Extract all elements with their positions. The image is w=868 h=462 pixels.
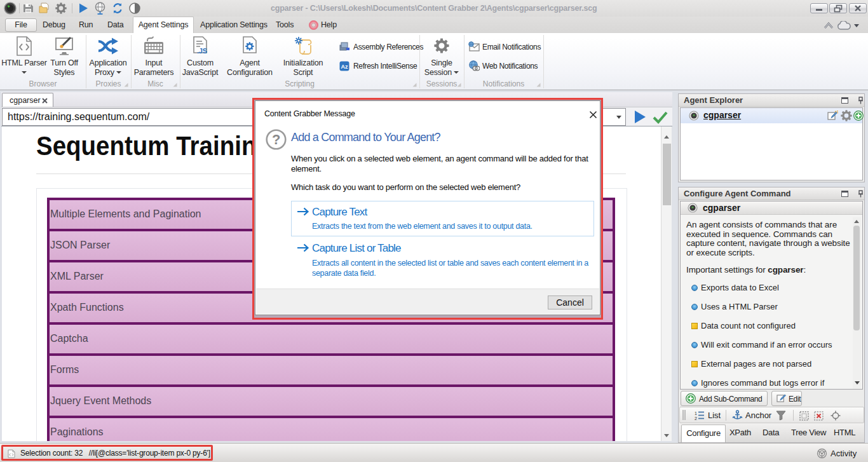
svg-text:1: 1 xyxy=(695,411,697,416)
svg-text:2: 2 xyxy=(695,416,697,421)
svg-text:Az: Az xyxy=(341,64,348,70)
svg-text:?: ? xyxy=(272,132,280,147)
svg-text:.JS: .JS xyxy=(197,47,207,55)
